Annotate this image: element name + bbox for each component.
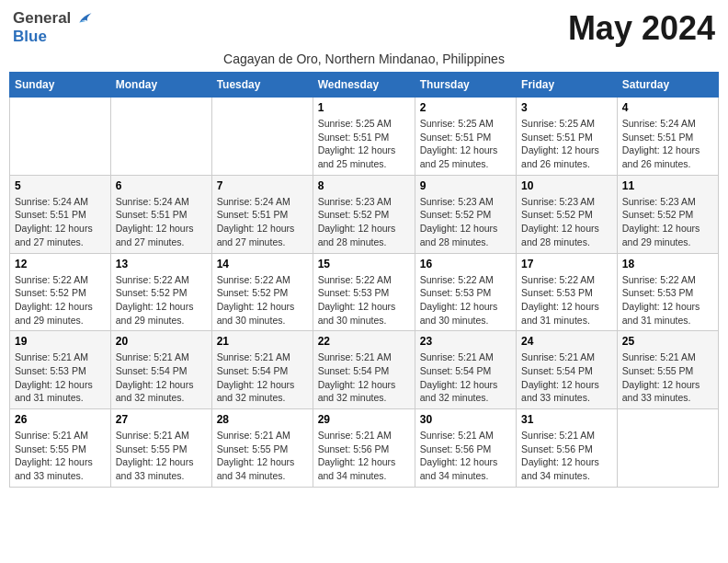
day-number: 25 [622, 335, 713, 348]
day-info: Sunrise: 5:23 AMSunset: 5:52 PMDaylight:… [318, 195, 410, 249]
logo: General Blue [13, 9, 93, 46]
calendar-cell: 18Sunrise: 5:22 AMSunset: 5:53 PMDayligh… [617, 253, 718, 331]
day-info: Sunrise: 5:25 AMSunset: 5:51 PMDaylight:… [521, 117, 612, 171]
day-number: 18 [622, 258, 713, 270]
day-info: Sunrise: 5:21 AMSunset: 5:56 PMDaylight:… [420, 429, 511, 483]
day-number: 10 [521, 179, 612, 192]
day-info: Sunrise: 5:22 AMSunset: 5:53 PMDaylight:… [318, 273, 410, 327]
day-number: 24 [521, 335, 612, 348]
calendar-header-saturday: Saturday [617, 73, 718, 98]
calendar-header-wednesday: Wednesday [313, 73, 415, 98]
day-number: 30 [420, 413, 511, 426]
day-number: 22 [318, 335, 410, 348]
day-info: Sunrise: 5:22 AMSunset: 5:53 PMDaylight:… [420, 273, 511, 327]
calendar-week-5: 26Sunrise: 5:21 AMSunset: 5:55 PMDayligh… [10, 409, 719, 488]
day-number: 20 [116, 335, 207, 348]
day-number: 7 [217, 179, 308, 192]
day-info: Sunrise: 5:24 AMSunset: 5:51 PMDaylight:… [217, 195, 308, 249]
calendar-cell: 10Sunrise: 5:23 AMSunset: 5:52 PMDayligh… [517, 175, 618, 253]
day-info: Sunrise: 5:24 AMSunset: 5:51 PMDaylight:… [622, 117, 713, 171]
calendar-table: SundayMondayTuesdayWednesdayThursdayFrid… [9, 72, 719, 488]
calendar-cell [110, 98, 211, 176]
day-info: Sunrise: 5:21 AMSunset: 5:54 PMDaylight:… [318, 350, 410, 405]
calendar-cell: 12Sunrise: 5:22 AMSunset: 5:52 PMDayligh… [10, 253, 111, 331]
calendar-cell: 22Sunrise: 5:21 AMSunset: 5:54 PMDayligh… [313, 331, 415, 409]
calendar-cell [10, 98, 111, 176]
calendar-cell: 9Sunrise: 5:23 AMSunset: 5:52 PMDaylight… [415, 175, 516, 253]
day-number: 16 [420, 258, 511, 270]
day-info: Sunrise: 5:21 AMSunset: 5:55 PMDaylight:… [15, 429, 106, 483]
calendar-cell: 6Sunrise: 5:24 AMSunset: 5:51 PMDaylight… [110, 175, 211, 253]
day-number: 5 [15, 179, 106, 192]
calendar-header-row: SundayMondayTuesdayWednesdayThursdayFrid… [10, 73, 719, 98]
calendar-cell: 4Sunrise: 5:24 AMSunset: 5:51 PMDaylight… [617, 98, 718, 176]
day-info: Sunrise: 5:22 AMSunset: 5:52 PMDaylight:… [15, 273, 106, 327]
calendar-cell: 3Sunrise: 5:25 AMSunset: 5:51 PMDaylight… [517, 98, 618, 176]
day-info: Sunrise: 5:21 AMSunset: 5:53 PMDaylight:… [15, 350, 106, 405]
calendar-cell: 16Sunrise: 5:22 AMSunset: 5:53 PMDayligh… [415, 253, 516, 331]
calendar-week-2: 5Sunrise: 5:24 AMSunset: 5:51 PMDaylight… [10, 175, 719, 253]
day-info: Sunrise: 5:24 AMSunset: 5:51 PMDaylight:… [15, 195, 106, 249]
day-info: Sunrise: 5:23 AMSunset: 5:52 PMDaylight:… [521, 195, 612, 249]
calendar-header-tuesday: Tuesday [211, 73, 313, 98]
calendar-cell: 13Sunrise: 5:22 AMSunset: 5:52 PMDayligh… [110, 253, 211, 331]
day-number: 27 [116, 413, 207, 426]
day-number: 12 [15, 258, 106, 270]
calendar-cell: 14Sunrise: 5:22 AMSunset: 5:52 PMDayligh… [211, 253, 313, 331]
calendar-cell: 19Sunrise: 5:21 AMSunset: 5:53 PMDayligh… [10, 331, 111, 409]
calendar-cell: 31Sunrise: 5:21 AMSunset: 5:56 PMDayligh… [517, 409, 618, 488]
day-number: 9 [420, 179, 511, 192]
day-info: Sunrise: 5:21 AMSunset: 5:54 PMDaylight:… [521, 350, 612, 405]
calendar-cell: 2Sunrise: 5:25 AMSunset: 5:51 PMDaylight… [415, 98, 516, 176]
calendar-cell [211, 98, 313, 176]
day-number: 28 [217, 413, 308, 426]
calendar-cell: 1Sunrise: 5:25 AMSunset: 5:51 PMDaylight… [313, 98, 415, 176]
calendar-cell: 20Sunrise: 5:21 AMSunset: 5:54 PMDayligh… [110, 331, 211, 409]
day-info: Sunrise: 5:22 AMSunset: 5:52 PMDaylight:… [116, 273, 207, 327]
day-info: Sunrise: 5:22 AMSunset: 5:53 PMDaylight:… [521, 273, 612, 327]
day-number: 14 [217, 258, 308, 270]
calendar-cell: 11Sunrise: 5:23 AMSunset: 5:52 PMDayligh… [617, 175, 718, 253]
calendar-cell: 8Sunrise: 5:23 AMSunset: 5:52 PMDaylight… [313, 175, 415, 253]
day-info: Sunrise: 5:21 AMSunset: 5:54 PMDaylight:… [217, 350, 308, 405]
calendar-header-thursday: Thursday [415, 73, 516, 98]
calendar-cell: 24Sunrise: 5:21 AMSunset: 5:54 PMDayligh… [517, 331, 618, 409]
calendar-cell: 30Sunrise: 5:21 AMSunset: 5:56 PMDayligh… [415, 409, 516, 488]
calendar-cell: 27Sunrise: 5:21 AMSunset: 5:55 PMDayligh… [110, 409, 211, 488]
calendar-cell: 21Sunrise: 5:21 AMSunset: 5:54 PMDayligh… [211, 331, 313, 409]
calendar-cell: 15Sunrise: 5:22 AMSunset: 5:53 PMDayligh… [313, 253, 415, 331]
calendar-subtitle: Cagayan de Oro, Northern Mindanao, Phili… [9, 52, 719, 66]
calendar-cell: 7Sunrise: 5:24 AMSunset: 5:51 PMDaylight… [211, 175, 313, 253]
day-info: Sunrise: 5:21 AMSunset: 5:56 PMDaylight:… [521, 429, 612, 483]
logo-blue-text: Blue [13, 28, 47, 45]
day-number: 3 [521, 101, 612, 114]
calendar-header-monday: Monday [110, 73, 211, 98]
day-info: Sunrise: 5:21 AMSunset: 5:55 PMDaylight:… [116, 429, 207, 483]
calendar-cell: 29Sunrise: 5:21 AMSunset: 5:56 PMDayligh… [313, 409, 415, 488]
logo-bird-icon [73, 10, 93, 27]
day-number: 2 [420, 101, 511, 114]
calendar-cell: 5Sunrise: 5:24 AMSunset: 5:51 PMDaylight… [10, 175, 111, 253]
day-info: Sunrise: 5:22 AMSunset: 5:52 PMDaylight:… [217, 273, 308, 327]
day-number: 21 [217, 335, 308, 348]
calendar-header-friday: Friday [517, 73, 618, 98]
day-number: 26 [15, 413, 106, 426]
day-number: 13 [116, 258, 207, 270]
calendar-cell: 28Sunrise: 5:21 AMSunset: 5:55 PMDayligh… [211, 409, 313, 488]
month-title: May 2024 [568, 9, 715, 48]
calendar-cell [617, 409, 718, 488]
day-info: Sunrise: 5:23 AMSunset: 5:52 PMDaylight:… [420, 195, 511, 249]
day-info: Sunrise: 5:25 AMSunset: 5:51 PMDaylight:… [318, 117, 410, 171]
calendar-week-1: 1Sunrise: 5:25 AMSunset: 5:51 PMDaylight… [10, 98, 719, 176]
day-number: 29 [318, 413, 410, 426]
day-number: 19 [15, 335, 106, 348]
day-info: Sunrise: 5:21 AMSunset: 5:55 PMDaylight:… [622, 350, 713, 405]
calendar-cell: 26Sunrise: 5:21 AMSunset: 5:55 PMDayligh… [10, 409, 111, 488]
day-info: Sunrise: 5:21 AMSunset: 5:56 PMDaylight:… [318, 429, 410, 483]
day-number: 6 [116, 179, 207, 192]
header: General Blue May 2024 [9, 9, 719, 48]
calendar-header-sunday: Sunday [10, 73, 111, 98]
day-number: 4 [622, 101, 713, 114]
day-info: Sunrise: 5:21 AMSunset: 5:54 PMDaylight:… [116, 350, 207, 405]
day-number: 11 [622, 179, 713, 192]
